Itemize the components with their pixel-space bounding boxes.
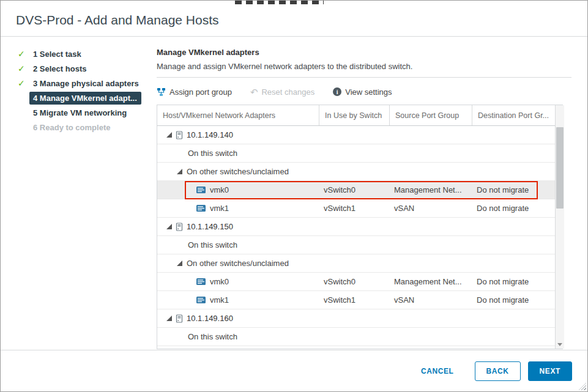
adapter-name: vmk1 <box>210 204 229 213</box>
clipped-background-text <box>235 1 324 4</box>
table-row-other-switches[interactable]: On other switches/unclaimed <box>157 163 555 181</box>
step-number: 4 <box>33 94 37 103</box>
back-button[interactable]: BACK <box>475 361 521 381</box>
cell-destination-port-group: Do not migrate <box>472 295 555 305</box>
wizard-steps-sidebar: ✓ 1 Select task ✓ 2 Select hosts ✓ 3 Man… <box>1 37 141 349</box>
cell-in-use-by-switch: vSwitch0 <box>319 277 390 286</box>
host-icon <box>176 131 183 139</box>
vertical-scrollbar[interactable] <box>555 105 564 349</box>
table-row-vmk-adapter[interactable]: vmk1 vSwitch1 vSAN Do not migrate <box>157 291 555 309</box>
cell-in-use-by-switch: vSwitch1 <box>319 295 390 305</box>
cell-source-port-group: vSAN <box>390 295 472 305</box>
step-label: Select hosts <box>40 64 87 73</box>
table-toolbar: Assign port group ↶ Reset changes i View… <box>157 85 571 98</box>
wizard-step-manage-physical-adapters[interactable]: ✓ 3 Manage physical adapters <box>18 76 141 91</box>
cell-in-use-by-switch: vSwitch0 <box>319 185 390 194</box>
table-row-on-this-switch[interactable]: On this switch <box>157 236 555 254</box>
column-header-host-adapters: Host/VMkernel Network Adapters <box>157 105 319 125</box>
check-icon: ✓ <box>18 49 29 59</box>
section-label: On this switch <box>188 149 237 158</box>
dialog-body: ✓ 1 Select task ✓ 2 Select hosts ✓ 3 Man… <box>1 37 587 349</box>
assign-port-group-icon <box>157 87 166 96</box>
collapse-caret-icon[interactable] <box>166 224 172 229</box>
host-name: 10.1.149.160 <box>187 314 233 323</box>
step-label: Ready to complete <box>40 123 111 132</box>
table-row-vmk-adapter[interactable]: vmk0 vSwitch0 Management Net... Do not m… <box>157 273 555 291</box>
step-number: 2 <box>33 64 37 73</box>
step-label: Migrate VM networking <box>40 108 127 117</box>
adapter-name: vmk0 <box>210 185 229 194</box>
check-icon: ✓ <box>18 64 29 73</box>
cell-destination-port-group: Do not migrate <box>472 204 555 213</box>
table-row-host[interactable]: 10.1.149.150 <box>157 218 555 236</box>
cancel-button[interactable]: CANCEL <box>419 362 456 380</box>
section-label: On this switch <box>188 240 237 250</box>
cell-source-port-group: vSAN <box>390 204 472 213</box>
step-label: Select task <box>40 50 81 59</box>
host-icon <box>176 314 183 323</box>
dialog-footer: CANCEL BACK NEXT <box>1 350 587 391</box>
wizard-step-select-hosts[interactable]: ✓ 2 Select hosts <box>18 61 141 76</box>
wizard-step-migrate-vm-networking[interactable]: 5 Migrate VM networking <box>18 105 141 120</box>
reset-changes-button[interactable]: ↶ Reset changes <box>250 87 314 97</box>
step-number: 1 <box>33 50 37 59</box>
check-icon: ✓ <box>18 78 29 88</box>
wizard-step-manage-vmkernel-adapters[interactable]: 4 Manage VMkernel adapt... <box>18 91 141 105</box>
step-label: Manage physical adapters <box>40 79 139 88</box>
add-and-manage-hosts-dialog: DVS-Prod - Add and Manage Hosts ✓ 1 Sele… <box>0 0 588 392</box>
info-icon: i <box>333 87 341 96</box>
column-header-destination-port-group: Destination Port Gr... <box>472 105 555 125</box>
reset-changes-label: Reset changes <box>261 87 314 97</box>
table-body: 10.1.149.140 On this switch On other swi… <box>157 126 555 349</box>
vmk-adapter-icon <box>196 278 206 285</box>
collapse-caret-icon[interactable] <box>166 132 172 138</box>
step-number: 5 <box>33 108 37 117</box>
vmkernel-adapters-table: Host/VMkernel Network Adapters In Use by… <box>157 105 563 349</box>
cell-destination-port-group: Do not migrate <box>472 185 555 194</box>
collapse-caret-icon[interactable] <box>177 261 182 266</box>
step-number: 3 <box>33 79 37 88</box>
collapse-caret-icon[interactable] <box>166 316 172 321</box>
collapse-caret-icon[interactable] <box>177 169 182 174</box>
group-label: On other switches/unclaimed <box>187 167 289 176</box>
adapter-name: vmk1 <box>210 295 229 305</box>
wizard-step-select-task[interactable]: ✓ 1 Select task <box>18 46 141 61</box>
section-label: On this switch <box>188 332 237 341</box>
cell-in-use-by-switch: vSwitch1 <box>319 204 390 213</box>
next-button[interactable]: NEXT <box>528 361 572 381</box>
scrollbar-thumb[interactable] <box>556 127 564 209</box>
adapter-name: vmk0 <box>210 277 229 286</box>
vmk-adapter-icon <box>196 205 206 212</box>
column-header-source-port-group: Source Port Group <box>390 105 472 125</box>
group-label: On other switches/unclaimed <box>187 259 289 268</box>
assign-port-group-label: Assign port group <box>169 87 232 97</box>
page-description: Manage and assign VMkernel network adapt… <box>157 62 571 71</box>
step-content: Manage VMkernel adapters Manage and assi… <box>141 37 587 349</box>
cell-source-port-group: Management Net... <box>390 185 472 194</box>
table-row-on-this-switch[interactable]: On this switch <box>157 328 555 346</box>
cell-destination-port-group: Do not migrate <box>472 277 555 286</box>
step-label: Manage VMkernel adapt... <box>40 94 137 103</box>
view-settings-button[interactable]: i View settings <box>333 87 392 97</box>
host-name: 10.1.149.140 <box>187 130 233 139</box>
table-row-other-switches[interactable]: On other switches/unclaimed <box>157 254 555 273</box>
cell-source-port-group: Management Net... <box>390 277 472 286</box>
host-name: 10.1.149.150 <box>187 222 233 231</box>
assign-port-group-button[interactable]: Assign port group <box>157 87 232 97</box>
table-row-vmk-adapter[interactable]: vmk0 vSwitch0 Management Net... Do not m… <box>157 181 555 199</box>
content-divider <box>157 77 571 78</box>
table-row-vmk-adapter[interactable]: vmk1 vSwitch1 vSAN Do not migrate <box>157 199 555 218</box>
table-row-host[interactable]: 10.1.149.160 <box>157 309 555 328</box>
step-number: 6 <box>33 123 37 132</box>
table-row-on-this-switch[interactable]: On this switch <box>157 144 555 163</box>
host-icon <box>176 223 183 231</box>
view-settings-label: View settings <box>345 87 392 97</box>
scroll-down-arrow-icon[interactable] <box>557 343 562 346</box>
dialog-title: DVS-Prod - Add and Manage Hosts <box>1 1 587 37</box>
column-header-in-use-by-switch: In Use by Switch <box>319 105 390 125</box>
table-row-host[interactable]: 10.1.149.140 <box>157 126 555 144</box>
vmk-adapter-icon <box>196 187 206 193</box>
undo-icon: ↶ <box>250 87 258 97</box>
vmk-adapter-icon <box>196 297 206 303</box>
table-header: Host/VMkernel Network Adapters In Use by… <box>157 105 555 126</box>
